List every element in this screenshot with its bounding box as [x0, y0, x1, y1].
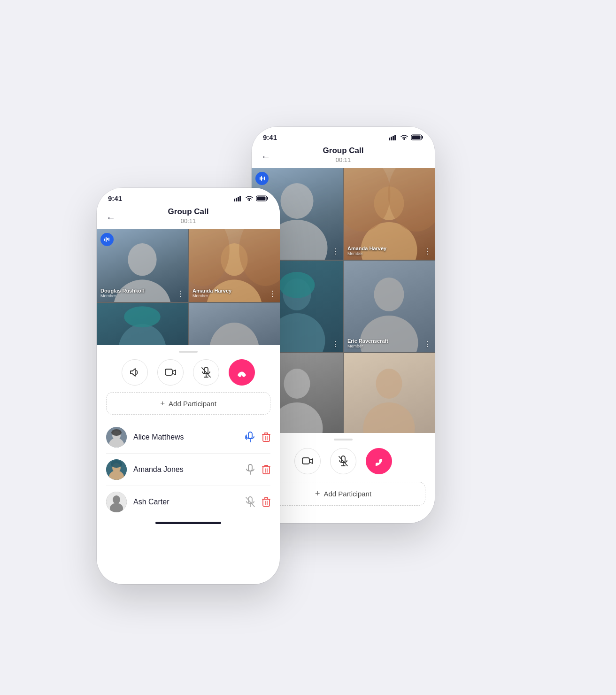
- front-amanda-more[interactable]: ⋮: [269, 289, 276, 298]
- participant-item-ash-carter: Ash Carter: [106, 486, 270, 518]
- front-status-icons: [234, 195, 269, 202]
- front-add-label: Add Participant: [169, 400, 216, 408]
- front-end-call-btn[interactable]: [229, 359, 255, 386]
- svg-point-15: [344, 168, 391, 232]
- svg-point-38: [128, 243, 156, 276]
- back-status-icons: [389, 134, 424, 141]
- front-signal-icon: [234, 196, 242, 201]
- back-amanda-more[interactable]: ⋮: [424, 247, 431, 256]
- alice-mic-icon[interactable]: [245, 432, 255, 443]
- svg-point-47: [239, 229, 280, 286]
- back-arrow-btn[interactable]: ←: [261, 151, 270, 162]
- ash-carter-delete-icon[interactable]: [262, 497, 270, 507]
- front-mute-btn[interactable]: [193, 359, 219, 386]
- front-wifi-icon: [245, 195, 254, 202]
- front-rushkoff-more[interactable]: ⋮: [177, 289, 184, 298]
- front-action-buttons: [97, 359, 280, 392]
- back-time: 9:41: [263, 133, 277, 141]
- amanda-jones-delete-icon[interactable]: [262, 464, 270, 475]
- back-video-btn[interactable]: [294, 448, 321, 474]
- back-drag-handle: [334, 439, 353, 440]
- svg-rect-9: [260, 177, 261, 180]
- back-call-timer: 00:11: [252, 156, 435, 163]
- back-call-title: Group Call: [252, 146, 435, 155]
- svg-point-46: [189, 229, 230, 286]
- svg-point-16: [388, 168, 435, 232]
- svg-point-50: [209, 323, 259, 345]
- back-cell-amanda: Amanda Harvey Member ⋮: [344, 168, 435, 260]
- front-add-plus: +: [160, 399, 165, 408]
- back-eric-more[interactable]: ⋮: [424, 340, 431, 348]
- svg-point-68: [111, 460, 122, 468]
- svg-point-22: [284, 369, 310, 399]
- front-bottom-panel: + Add Participant: [97, 345, 280, 529]
- svg-rect-62: [263, 434, 270, 441]
- front-speaker-btn[interactable]: [122, 359, 148, 386]
- front-rushkoff-audio: [100, 233, 114, 246]
- svg-rect-51: [165, 369, 172, 375]
- alice-name: Alice Matthews: [133, 433, 245, 441]
- amanda-jones-actions: [245, 464, 270, 475]
- amanda-jones-mic-icon[interactable]: [245, 464, 255, 475]
- front-call-header: ← Group Call 00:11: [97, 205, 280, 229]
- svg-rect-36: [267, 197, 269, 200]
- front-time: 9:41: [108, 194, 122, 202]
- ash-carter-mic-icon[interactable]: [245, 496, 255, 508]
- ash-carter-name: Ash Carter: [133, 498, 245, 506]
- svg-rect-11: [262, 178, 263, 179]
- back-morgan-more[interactable]: ⋮: [331, 340, 339, 348]
- back-add-participant[interactable]: + Add Participant: [261, 482, 425, 506]
- back-end-call-btn[interactable]: [366, 448, 392, 474]
- svg-rect-6: [412, 136, 421, 139]
- svg-point-24: [376, 369, 402, 399]
- svg-rect-34: [239, 196, 241, 201]
- back-cell-person6: [344, 353, 435, 433]
- phones-container: 9:41: [97, 66, 519, 629]
- back-eric-info: Eric Ravenscraft Member: [347, 338, 388, 348]
- svg-rect-80: [263, 499, 270, 506]
- front-video-grid: Douglas Rushkoff Member ⋮ Amanda Harvey …: [97, 229, 280, 345]
- ash-carter-actions: [245, 496, 270, 508]
- back-call-header: ← Group Call 00:11: [252, 144, 435, 168]
- front-call-title: Group Call: [97, 207, 280, 216]
- svg-rect-71: [263, 467, 270, 474]
- svg-rect-32: [236, 198, 237, 201]
- signal-icon: [389, 135, 397, 140]
- participant-item-amanda-jones: Amanda Jones: [106, 454, 270, 486]
- front-rushkoff-info: Douglas Rushkoff Member: [100, 288, 145, 298]
- back-status-bar: 9:41: [252, 127, 435, 144]
- svg-rect-5: [422, 136, 424, 139]
- front-participants-list: Alice Matthews: [97, 421, 280, 518]
- svg-rect-40: [104, 239, 105, 241]
- svg-point-75: [113, 495, 120, 504]
- svg-point-25: [363, 402, 415, 433]
- svg-point-19: [279, 272, 315, 298]
- back-rushkoff-more[interactable]: ⋮: [331, 247, 339, 256]
- svg-rect-42: [107, 238, 108, 240]
- back-rushkoff-audio: [255, 172, 269, 185]
- front-video-btn[interactable]: [157, 359, 184, 386]
- amanda-jones-avatar: [106, 459, 127, 480]
- front-status-bar: 9:41: [97, 188, 280, 205]
- front-cell-partial2: [189, 303, 280, 345]
- svg-rect-31: [234, 199, 235, 201]
- alice-delete-icon[interactable]: [262, 432, 270, 442]
- back-add-plus: +: [315, 489, 320, 499]
- front-home-indicator-container: [97, 518, 280, 529]
- back-mute-btn[interactable]: [330, 448, 356, 474]
- phone-front: 9:41: [97, 188, 280, 584]
- amanda-jones-name: Amanda Jones: [133, 465, 245, 474]
- front-add-participant[interactable]: + Add Participant: [106, 392, 270, 415]
- back-cell-eric: Eric Ravenscraft Member ⋮: [344, 261, 435, 352]
- front-drag-handle: [179, 351, 198, 353]
- front-battery-icon: [256, 195, 269, 201]
- svg-rect-37: [257, 197, 266, 201]
- svg-point-49: [124, 306, 161, 327]
- front-back-btn[interactable]: ←: [106, 212, 116, 223]
- svg-rect-26: [302, 458, 309, 464]
- svg-rect-10: [261, 176, 262, 181]
- front-cell-rushkoff: Douglas Rushkoff Member ⋮: [97, 229, 188, 302]
- front-cell-partial1: [97, 303, 188, 345]
- battery-icon: [411, 134, 424, 140]
- svg-rect-12: [264, 177, 265, 180]
